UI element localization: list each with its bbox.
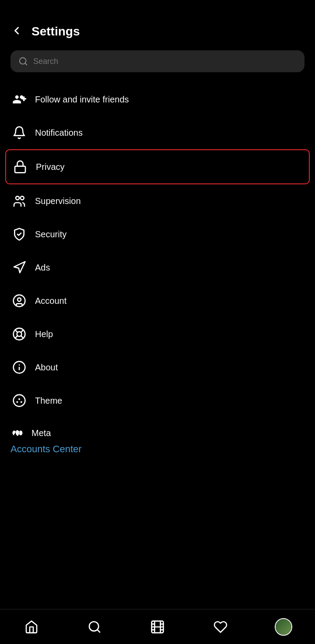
meta-logo bbox=[10, 428, 26, 438]
menu-item-notifications[interactable]: Notifications bbox=[5, 116, 310, 149]
menu-item-help[interactable]: Help bbox=[5, 317, 310, 351]
menu-item-theme[interactable]: Theme bbox=[5, 384, 310, 417]
lock-icon bbox=[11, 158, 29, 176]
svg-line-23 bbox=[97, 630, 100, 632]
search-input[interactable] bbox=[33, 57, 297, 66]
nav-search[interactable] bbox=[81, 614, 108, 640]
accounts-center-label: Accounts Center bbox=[10, 443, 82, 454]
search-bar[interactable] bbox=[10, 50, 304, 72]
svg-point-6 bbox=[21, 196, 24, 200]
nav-profile[interactable] bbox=[270, 614, 297, 640]
avatar bbox=[275, 618, 292, 636]
menu-item-account[interactable]: Account bbox=[5, 284, 310, 317]
svg-point-8 bbox=[18, 298, 21, 301]
menu-item-ads[interactable]: Ads bbox=[5, 251, 310, 284]
menu-item-security[interactable]: Security bbox=[5, 218, 310, 251]
svg-point-18 bbox=[14, 395, 25, 407]
meta-section: Meta bbox=[0, 417, 315, 442]
status-bar bbox=[0, 0, 315, 19]
svg-line-14 bbox=[15, 336, 18, 338]
svg-rect-4 bbox=[15, 166, 25, 173]
svg-line-11 bbox=[15, 330, 18, 333]
menu-item-ads-label: Ads bbox=[35, 263, 50, 273]
supervision-icon bbox=[10, 192, 28, 210]
menu-item-theme-label: Theme bbox=[35, 396, 62, 406]
shield-check-icon bbox=[10, 225, 28, 243]
info-circle-icon bbox=[10, 359, 28, 376]
nav-reels[interactable] bbox=[144, 614, 171, 640]
svg-point-20 bbox=[21, 401, 22, 403]
menu-item-account-label: Account bbox=[35, 296, 66, 306]
svg-line-12 bbox=[21, 336, 24, 338]
menu-item-notifications-label: Notifications bbox=[35, 128, 83, 138]
menu-item-follow[interactable]: Follow and invite friends bbox=[5, 83, 310, 116]
search-container bbox=[10, 50, 304, 72]
back-button[interactable] bbox=[9, 23, 24, 40]
person-circle-icon bbox=[10, 292, 28, 310]
svg-line-1 bbox=[25, 63, 27, 65]
accounts-center-item[interactable]: Accounts Center bbox=[0, 442, 315, 462]
megaphone-icon bbox=[10, 259, 28, 276]
svg-line-13 bbox=[21, 330, 24, 333]
nav-favorites[interactable] bbox=[207, 614, 234, 640]
svg-point-21 bbox=[18, 398, 20, 400]
palette-icon bbox=[10, 392, 28, 409]
menu-item-privacy[interactable]: Privacy bbox=[5, 149, 310, 184]
page-title: Settings bbox=[32, 25, 80, 39]
header: Settings bbox=[0, 19, 315, 47]
search-icon bbox=[18, 56, 28, 66]
menu-item-security-label: Security bbox=[35, 229, 66, 239]
menu-item-privacy-label: Privacy bbox=[36, 162, 65, 172]
svg-point-5 bbox=[16, 196, 19, 200]
bottom-nav bbox=[0, 609, 315, 644]
svg-point-19 bbox=[16, 401, 18, 403]
bell-icon bbox=[10, 124, 28, 141]
life-ring-icon bbox=[10, 325, 28, 343]
menu-item-supervision[interactable]: Supervision bbox=[5, 184, 310, 218]
nav-home[interactable] bbox=[18, 614, 45, 640]
menu-item-help-label: Help bbox=[35, 329, 53, 339]
meta-label: Meta bbox=[32, 428, 51, 438]
menu-item-about-label: About bbox=[35, 362, 58, 373]
menu-item-follow-label: Follow and invite friends bbox=[35, 95, 129, 105]
add-person-icon bbox=[10, 91, 28, 108]
menu-item-supervision-label: Supervision bbox=[35, 196, 81, 206]
menu-list: Follow and invite friends Notifications … bbox=[0, 83, 315, 417]
menu-item-about[interactable]: About bbox=[5, 351, 310, 384]
